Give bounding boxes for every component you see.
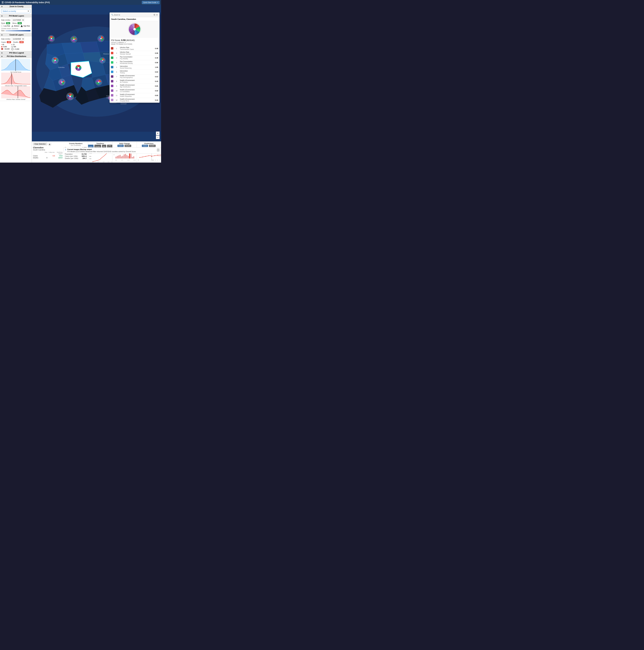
pvi-value: 0.59: [121, 39, 126, 41]
pvi-overall-chart: PVI Overall Score: [1, 59, 31, 73]
size-bar: [5, 30, 31, 31]
popup-pie-chart: [127, 22, 142, 37]
pvi-marker[interactable]: [52, 57, 59, 64]
filter-title: Current images filtering output: [67, 148, 136, 150]
pvi-marker[interactable]: [59, 79, 65, 85]
popup-table-row: 11 Health & EnvironmentHealth Disparitie…: [110, 93, 159, 98]
svg-rect-84: [115, 157, 116, 158]
left-panel: ∧ Zoom to County Select a county ∧ PVI M…: [0, 5, 32, 162]
pvi-slice-legend-collapse[interactable]: ∧: [1, 52, 3, 54]
clarendon-marker[interactable]: [75, 64, 82, 72]
zoom-out-button[interactable]: −: [156, 136, 159, 139]
deaths-dot-legend: 15 500 > 8,000: [11, 44, 19, 50]
header-title-area: ☰ COVID-19 Pandemic Vulnerability Index …: [2, 1, 50, 4]
svg-rect-89: [122, 156, 123, 158]
quick-start-button[interactable]: Quick Start Guide ↗: [142, 1, 159, 4]
daily-cases-tab[interactable]: Cases: [117, 145, 123, 147]
low-risk-shape: [1, 25, 3, 27]
svg-rect-93: [128, 156, 129, 158]
low-risk-legend: Low Risk: [1, 25, 10, 27]
filter-close-button[interactable]: ✕: [157, 148, 159, 151]
popup-table-row: 5 InterventionSocial Distancing 1.00: [110, 65, 159, 70]
covid-date-select[interactable]: 11/16/2020: [11, 37, 25, 40]
pvi-overall-svg: [1, 59, 31, 71]
ocean-label2: Ocean: [120, 102, 127, 105]
county-select[interactable]: Select a county: [1, 9, 31, 13]
covid-layers-section: ∧ Covid-19 Layers Date (m/d/y) 11/16/202…: [0, 33, 32, 51]
svg-point-50: [55, 60, 56, 61]
popup-close-button[interactable]: ✕: [156, 13, 158, 16]
pvi-rank: (90/3142): [126, 39, 135, 41]
popup-table-row: 6 InterventionTesting 0.64: [110, 70, 159, 74]
pred-deaths-tab[interactable]: Deaths: [149, 145, 156, 147]
locate-button[interactable]: ⊕: [48, 143, 51, 146]
daily-deaths-tab[interactable]: Deaths: [124, 145, 131, 147]
popup-zoom-label: 🔍 Zoom to: [111, 14, 120, 16]
florence-label: Florence: [103, 53, 109, 55]
svg-text:11/2: 11/2: [115, 160, 117, 160]
pvi-marker[interactable]: [48, 35, 55, 42]
hamburger-icon[interactable]: ☰: [2, 1, 4, 4]
svg-text:600: 600: [89, 156, 92, 157]
popup-actions: ⧉ ✕: [154, 13, 158, 16]
filter-bar-text: Current images filtering output PVI Mode…: [67, 148, 136, 152]
popup-table-row: 10 Health & EnvironmentCo-morbidities 0.…: [110, 88, 159, 93]
clear-selection-button[interactable]: Clear Selection: [33, 143, 47, 145]
cases-toggle[interactable]: Off: [7, 41, 11, 43]
popup-copy-button[interactable]: ⧉: [154, 13, 155, 16]
county-number-row: Deaths (per 100k)204.7: [65, 157, 87, 159]
disease-spread-chart: Infection Rate: Disease Spread: [1, 86, 31, 100]
map-area[interactable]: Atlantic Ocean Columbia Florence North C…: [32, 5, 161, 162]
popup-table-row: 7 Health & EnvironmentPop Demographics 0…: [110, 74, 159, 79]
medium-shape: [11, 25, 13, 27]
date-label: Date (m/d/y): [1, 19, 10, 21]
svg-rect-94: [129, 153, 130, 158]
zoom-in-button[interactable]: +: [156, 132, 159, 135]
columbia-label: Columbia: [58, 67, 65, 68]
svg-point-64: [69, 96, 71, 97]
cases-stat-row: Cases 4.3 7/14: [33, 155, 63, 157]
svg-point-112: [157, 155, 158, 155]
county-name: Clarendon: [33, 146, 63, 149]
pvi-marker[interactable]: [71, 36, 77, 43]
map-background[interactable]: Atlantic Ocean Columbia Florence North C…: [32, 5, 161, 162]
slices-label: Slices: [12, 22, 17, 24]
popup-header: 🔍 Zoom to ⧉ ✕: [110, 12, 159, 17]
covid-collapse[interactable]: ∧: [1, 34, 3, 36]
pvi-dist-title: PVI Slice Distributions: [7, 55, 26, 58]
covid-content: Date (m/d/y) 11/16/2020 Cases Off Deaths…: [0, 37, 32, 51]
pvi-date-select[interactable]: 11/17/2020: [11, 19, 25, 22]
svg-point-60: [98, 81, 99, 83]
pred-cases-tab[interactable]: Cases: [142, 145, 148, 147]
pvi-marker[interactable]: [99, 57, 105, 63]
avg-header: 3-day ave.: [48, 151, 55, 154]
deaths-toggle[interactable]: Off: [20, 41, 24, 43]
transmissible-label: Infection Rate: Transmissible Cases: [1, 85, 31, 86]
svg-rect-90: [123, 154, 125, 158]
pvi-dist-collapse[interactable]: ∧: [1, 55, 3, 58]
svg-text:7/23: 7/23: [107, 161, 109, 162]
disease-spread-svg: [1, 86, 31, 98]
pvi-dist-content: PVI Overall Score Infection Rate: Transm…: [0, 58, 32, 101]
daily-change-title: Daily Change: [114, 143, 136, 144]
pvi-overall-label: PVI Overall Score: [1, 71, 31, 73]
pvi-dist-section: ∧ PVI Slice Distributions PVI Overall Sc…: [0, 55, 32, 101]
county-numbers-subtitle: (On 11/16/2020): [65, 145, 87, 146]
slices-toggle[interactable]: On: [17, 22, 22, 24]
svg-point-54: [102, 60, 103, 61]
pvi-model-collapse[interactable]: ∧: [1, 15, 3, 17]
pvi-marker[interactable]: [98, 35, 104, 42]
cases-label: Cases: [1, 41, 6, 43]
covid-date-label: Date (m/d/y): [1, 38, 10, 40]
popup-table-row: 2 Infection RateDisease Spread 0.08: [110, 51, 159, 56]
popup-county-name: South Carolina, Clarendon: [110, 17, 159, 21]
zoom-collapse-arrow[interactable]: ∧: [1, 5, 3, 8]
rank-toggle[interactable]: On: [6, 22, 10, 24]
svg-rect-91: [125, 154, 126, 158]
popup-indicators-table: 1 Infection RateTransmissible Cases 0.48…: [110, 46, 159, 103]
svg-point-108: [145, 156, 146, 157]
svg-text:3/15: 3/15: [92, 161, 94, 162]
pvi-marker[interactable]: [96, 79, 102, 85]
svg-point-58: [61, 81, 63, 83]
pvi-marker[interactable]: [67, 93, 74, 100]
